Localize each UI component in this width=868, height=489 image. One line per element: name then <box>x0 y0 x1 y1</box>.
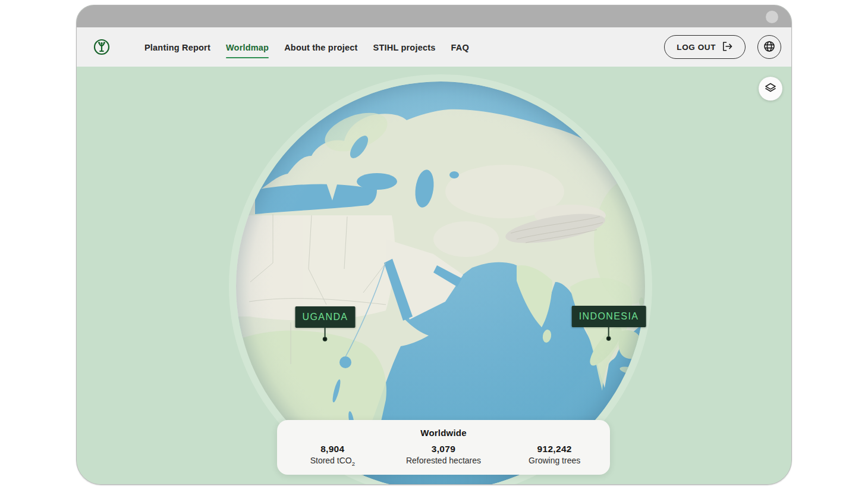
card-title: Worldwide <box>277 428 610 438</box>
marker-uganda-label: UGANDA <box>295 306 356 328</box>
nav-menu: Planting Report Worldmap About the proje… <box>144 39 469 55</box>
stat-growing-trees: 912,242 Growing trees <box>499 444 610 467</box>
logout-icon <box>722 41 733 54</box>
marker-indonesia-label: INDONESIA <box>572 306 646 327</box>
logout-button[interactable]: LOG OUT <box>664 35 746 59</box>
nav-item-faq[interactable]: FAQ <box>451 39 468 55</box>
map-layers-button[interactable] <box>759 77 782 101</box>
language-button[interactable] <box>757 35 781 59</box>
camera-dot <box>766 11 778 23</box>
layers-icon <box>763 81 778 97</box>
worldwide-stats-card: Worldwide 8,904 Stored tCO2 3,079 Refore… <box>277 420 610 475</box>
tree-logo-icon[interactable] <box>93 39 110 55</box>
nav-item-planting-report[interactable]: Planting Report <box>144 39 210 55</box>
app-window: Planting Report Worldmap About the proje… <box>76 5 792 485</box>
nav-item-worldmap[interactable]: Worldmap <box>226 39 269 55</box>
marker-indonesia[interactable]: INDONESIA <box>572 306 646 341</box>
marker-stem <box>608 327 609 336</box>
nav-item-stihl-projects[interactable]: STIHL projects <box>373 39 436 55</box>
marker-dot <box>606 336 611 341</box>
globe-icon <box>763 40 776 55</box>
marker-uganda[interactable]: UGANDA <box>295 306 356 341</box>
stats-row: 8,904 Stored tCO2 3,079 Reforested hecta… <box>277 444 610 467</box>
marker-dot <box>323 337 328 341</box>
logout-button-label: LOG OUT <box>677 43 716 52</box>
marker-stem <box>325 328 326 337</box>
main-navbar: Planting Report Worldmap About the proje… <box>77 27 791 67</box>
stat-reforested-hectares: 3,079 Reforested hectares <box>388 444 499 467</box>
worldmap-area: UGANDA INDONESIA Worldwide 8,904 Stored … <box>77 67 792 485</box>
stat-stored-tco2: 8,904 Stored tCO2 <box>277 444 388 467</box>
window-titlebar <box>77 5 791 27</box>
nav-item-about-the-project[interactable]: About the project <box>284 39 357 55</box>
